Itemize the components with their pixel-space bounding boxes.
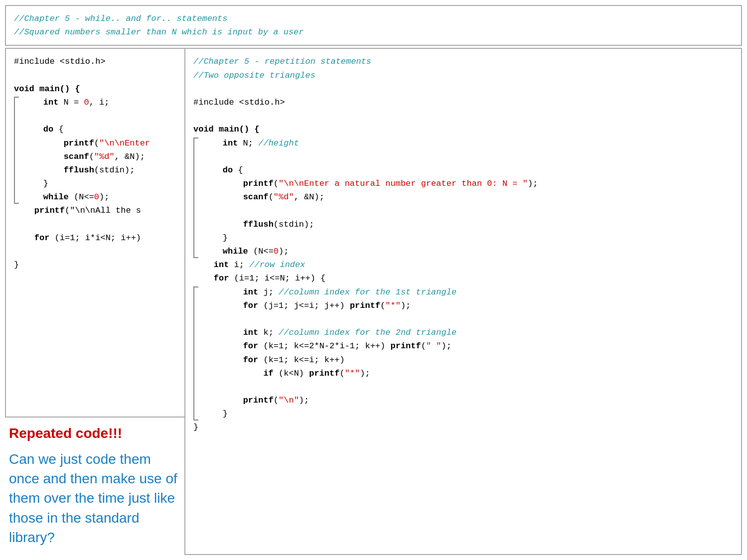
right-dowhile-block: int N; //height do { printf("\n\nEnter a…: [193, 137, 733, 259]
repeated-code-label: Repeated code!!!: [9, 425, 180, 441]
right-panel: //Chapter 5 - repetition statements //Tw…: [184, 48, 742, 555]
left-include: #include <stdio.h>: [14, 57, 106, 66]
right-dowhile-content: int N; //height do { printf("\n\nEnter a…: [202, 137, 733, 259]
question-text: Can we just code them once and then make…: [9, 449, 180, 547]
top-comment1: //Chapter 5 - while.. and for.. statemen…: [14, 14, 227, 23]
right-for-block: int j; //column index for the 1st triang…: [193, 285, 733, 421]
main-container: //Chapter 5 - while.. and for.. statemen…: [0, 0, 747, 560]
right-comment1: //Chapter 5 - repetition statements: [193, 57, 371, 66]
left-code-panel: #include <stdio.h> void main() { int N =…: [5, 48, 184, 418]
right-for-content: int j; //column index for the 1st triang…: [202, 285, 733, 421]
left-bracket: [14, 96, 22, 204]
left-dowhile-block: int N = 0, i; do { printf("\n\nEnter sca…: [14, 96, 176, 204]
bottom-row: #include <stdio.h> void main() { int N =…: [5, 48, 742, 555]
left-text-area: Repeated code!!! Can we just code them o…: [5, 418, 184, 555]
left-main: void main() {: [14, 84, 80, 94]
left-dowhile-content: int N = 0, i; do { printf("\n\nEnter sca…: [23, 96, 176, 204]
right-bracket: [193, 137, 201, 259]
right-include: #include <stdio.h>: [193, 98, 285, 107]
right-for-bracket: [193, 285, 201, 421]
left-area: #include <stdio.h> void main() { int N =…: [5, 48, 184, 555]
right-comment2: //Two opposite triangles: [193, 71, 315, 80]
right-main: void main() {: [193, 125, 260, 134]
top-comment2: //Squared numbers smaller than N which i…: [14, 27, 304, 37]
top-panel: //Chapter 5 - while.. and for.. statemen…: [5, 5, 742, 46]
right-closing: }: [193, 422, 198, 432]
